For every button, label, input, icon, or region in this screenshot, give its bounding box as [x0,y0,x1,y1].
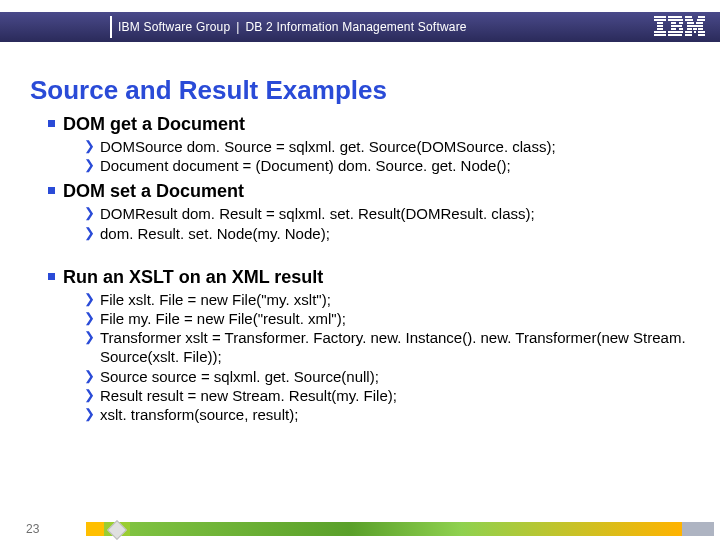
svg-rect-18 [685,19,693,21]
header-separator: | [236,20,239,34]
code-line: ❯DOMResult dom. Result = sqlxml. set. Re… [84,204,690,223]
svg-rect-19 [697,19,705,21]
section: Run an XSLT on an XML result ❯File xslt.… [48,267,690,424]
footer: 23 [0,518,720,540]
arrow-bullet-icon: ❯ [84,138,94,155]
code-line: ❯Source source = sqlxml. get. Source(nul… [84,367,690,386]
svg-rect-3 [657,25,663,27]
svg-rect-23 [687,28,692,30]
arrow-bullet-icon: ❯ [84,291,94,308]
svg-rect-26 [685,31,692,33]
svg-rect-15 [668,34,682,36]
svg-rect-1 [654,19,666,21]
code-line: ❯dom. Result. set. Node(my. Node); [84,224,690,243]
code-line: ❯File xslt. File = new File("my. xslt"); [84,290,690,309]
svg-rect-21 [696,22,703,24]
section: DOM get a Document ❯DOMSource dom. Sourc… [48,114,690,175]
svg-rect-4 [657,28,663,30]
svg-rect-22 [687,25,703,27]
code-line: ❯xslt. transform(source, result); [84,405,690,424]
arrow-bullet-icon: ❯ [84,310,94,327]
svg-rect-13 [679,28,683,30]
arrow-bullet-icon: ❯ [84,205,94,222]
slide: { "header": { "group": "IBM Software Gro… [0,0,720,540]
svg-rect-14 [668,31,683,33]
footer-stripe-icon [86,522,714,536]
svg-rect-27 [694,31,696,33]
svg-rect-11 [671,25,682,27]
svg-rect-0 [654,16,666,18]
svg-rect-10 [679,22,683,24]
ibm-logo-icon [654,16,706,36]
section-heading: DOM set a Document [63,181,244,202]
svg-rect-6 [654,34,666,36]
svg-rect-16 [685,16,692,18]
svg-rect-28 [698,31,705,33]
section-heading: Run an XSLT on an XML result [63,267,323,288]
svg-rect-24 [693,28,697,30]
svg-rect-8 [668,19,683,21]
section-heading: DOM get a Document [63,114,245,135]
code-line: ❯Transformer xslt = Transformer. Factory… [84,328,690,366]
svg-rect-7 [668,16,682,18]
square-bullet-icon [48,273,55,280]
section: DOM set a Document ❯DOMResult dom. Resul… [48,181,690,242]
svg-rect-20 [687,22,694,24]
header-divider-icon [110,16,112,38]
content-area: DOM get a Document ❯DOMSource dom. Sourc… [48,114,690,430]
svg-rect-5 [654,31,666,33]
header-group: IBM Software Group [118,20,230,34]
svg-rect-17 [698,16,705,18]
svg-rect-30 [698,34,705,36]
svg-rect-12 [671,28,676,30]
svg-rect-25 [698,28,703,30]
square-bullet-icon [48,120,55,127]
svg-rect-2 [657,22,663,24]
square-bullet-icon [48,187,55,194]
arrow-bullet-icon: ❯ [84,225,94,242]
svg-rect-9 [671,22,676,24]
arrow-bullet-icon: ❯ [84,406,94,423]
code-line: ❯File my. File = new File("result. xml")… [84,309,690,328]
header-bar: IBM Software Group | DB 2 Information Ma… [0,12,720,42]
page-title: Source and Result Examples [30,75,387,106]
svg-rect-29 [685,34,692,36]
code-line: ❯DOMSource dom. Source = sqlxml. get. So… [84,137,690,156]
arrow-bullet-icon: ❯ [84,157,94,174]
arrow-bullet-icon: ❯ [84,329,94,346]
page-number: 23 [26,522,86,536]
header-product: DB 2 Information Management Software [245,20,466,34]
code-line: ❯Result result = new Stream. Result(my. … [84,386,690,405]
code-line: ❯Document document = (Document) dom. Sou… [84,156,690,175]
arrow-bullet-icon: ❯ [84,368,94,385]
arrow-bullet-icon: ❯ [84,387,94,404]
